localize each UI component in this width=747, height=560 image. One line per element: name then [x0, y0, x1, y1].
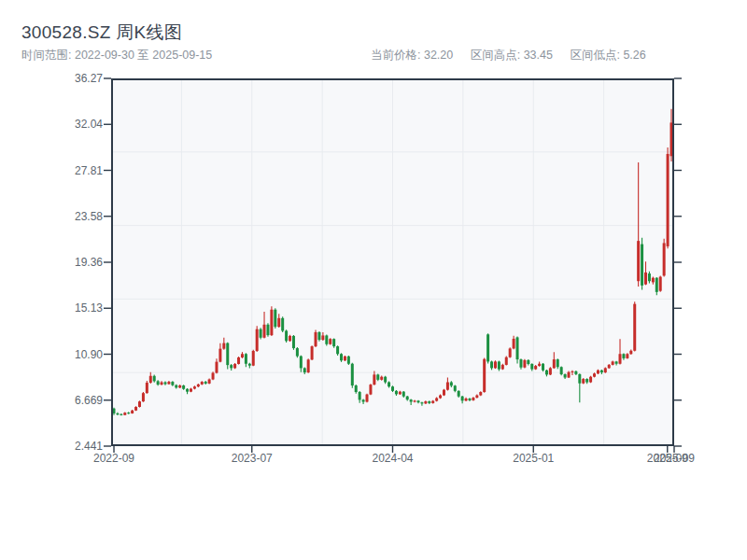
- candle-body: [292, 336, 295, 348]
- candle-body: [626, 354, 628, 358]
- candle-body: [527, 360, 529, 364]
- candle-body: [589, 377, 592, 383]
- candle-body: [553, 359, 556, 368]
- candle: [325, 335, 328, 346]
- candle-body: [641, 245, 643, 286]
- candle: [329, 338, 331, 344]
- candle-body: [270, 310, 273, 335]
- candle-body: [612, 361, 614, 364]
- candle-body: [648, 273, 651, 281]
- candle-body: [175, 385, 177, 388]
- candle-body: [542, 364, 544, 371]
- candle: [479, 391, 482, 396]
- candle-body: [475, 396, 478, 399]
- candle: [483, 358, 486, 393]
- candle-body: [629, 351, 632, 354]
- candle: [509, 347, 512, 357]
- candle: [256, 326, 259, 352]
- candle-body: [414, 400, 416, 401]
- candle-body: [142, 393, 145, 401]
- candle: [146, 381, 148, 394]
- candle-body: [317, 332, 320, 340]
- candle: [486, 333, 489, 363]
- candle: [347, 356, 350, 365]
- candle-body: [454, 385, 457, 391]
- candle-body: [431, 401, 434, 403]
- candle-body: [622, 354, 625, 358]
- candle-body: [615, 361, 618, 363]
- candle-body: [127, 413, 130, 413]
- candle-body: [215, 362, 218, 373]
- candle-body: [483, 359, 486, 392]
- candle-body: [153, 376, 156, 382]
- candle-body: [667, 154, 669, 246]
- candle-body: [479, 392, 482, 395]
- candle-body: [149, 376, 152, 383]
- y-axis-tick-label: 32.04: [35, 118, 103, 131]
- candle: [138, 400, 141, 407]
- candle-body: [204, 382, 207, 384]
- candle-body: [336, 346, 339, 354]
- candle-body: [468, 399, 471, 400]
- candle-body: [465, 399, 468, 400]
- candle-body: [597, 371, 599, 373]
- candle-body: [237, 357, 240, 364]
- candle-body: [248, 364, 251, 366]
- candle-body: [285, 330, 288, 341]
- kline-chart: 36.2732.0427.8123.5819.3615.1310.906.669…: [0, 0, 747, 560]
- candle-body: [376, 374, 379, 379]
- candle-body: [260, 329, 262, 338]
- candle-body: [568, 372, 571, 378]
- candle: [281, 316, 284, 332]
- candle-body: [395, 391, 398, 394]
- candle-body: [513, 339, 515, 348]
- candle: [270, 306, 273, 336]
- candle-body: [633, 304, 636, 351]
- candle: [560, 367, 563, 376]
- x-axis-tick-label: 2025-09: [635, 452, 713, 465]
- candle-body: [619, 354, 622, 363]
- candle-body: [340, 354, 343, 360]
- candle-body: [571, 371, 573, 372]
- candle-body: [509, 348, 512, 357]
- candle-body: [399, 392, 402, 395]
- candle: [292, 335, 295, 350]
- y-axis-tick-label: 15.13: [35, 301, 103, 315]
- candle-body: [644, 273, 647, 285]
- candle-body: [355, 385, 358, 392]
- candle-body: [193, 386, 196, 388]
- candle: [315, 330, 317, 347]
- candle: [589, 376, 592, 383]
- candle-body: [230, 365, 233, 368]
- candle-body: [585, 379, 588, 382]
- candle-body: [391, 386, 394, 391]
- candle: [311, 345, 314, 360]
- candle-body: [186, 389, 189, 392]
- candle-body: [655, 278, 658, 292]
- candle: [626, 353, 628, 358]
- candle: [274, 308, 276, 329]
- candle-body: [134, 407, 137, 411]
- candle-body: [538, 364, 541, 366]
- candle: [494, 360, 497, 369]
- candle-body: [458, 391, 460, 397]
- candle-body: [446, 383, 449, 390]
- candle: [633, 301, 636, 351]
- candle-body: [406, 397, 409, 399]
- candle: [285, 329, 288, 343]
- candle: [369, 384, 372, 395]
- candle-body: [161, 383, 163, 385]
- candle: [516, 337, 519, 364]
- candle: [641, 238, 643, 290]
- candle-body: [241, 354, 244, 357]
- candle: [549, 367, 552, 375]
- candle-body: [325, 335, 328, 343]
- candle: [252, 350, 255, 366]
- candle-body: [157, 381, 160, 385]
- candle-body: [190, 389, 192, 392]
- candle-body: [307, 359, 310, 372]
- x-axis-tick-label: 2023-07: [213, 452, 291, 465]
- candle-body: [516, 337, 519, 359]
- candle-body: [388, 383, 390, 387]
- candle-body: [498, 361, 500, 369]
